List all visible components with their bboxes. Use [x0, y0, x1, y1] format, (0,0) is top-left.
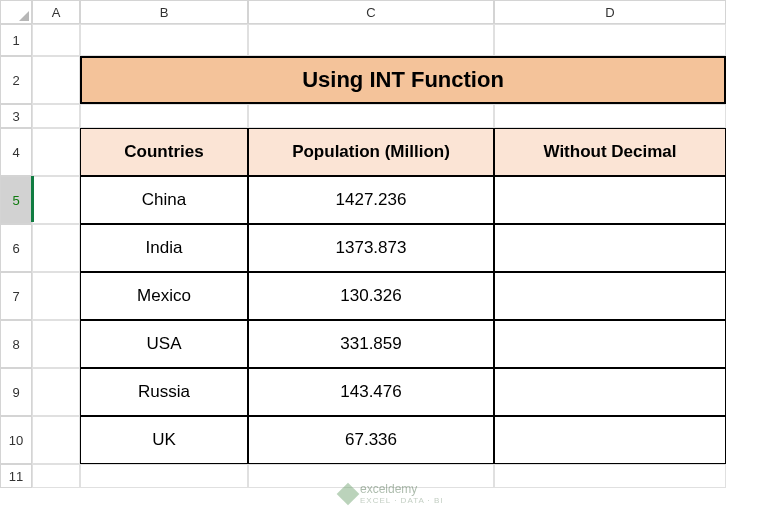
table-row[interactable]: Mexico	[80, 272, 248, 320]
header-without-decimal[interactable]: Without Decimal	[494, 128, 726, 176]
row-header-8[interactable]: 8	[0, 320, 32, 368]
cell-A3[interactable]	[32, 104, 80, 128]
cell-D1[interactable]	[494, 24, 726, 56]
table-row[interactable]: India	[80, 224, 248, 272]
col-header-B[interactable]: B	[80, 0, 248, 24]
cell-D11[interactable]	[494, 464, 726, 488]
cell-C3[interactable]	[248, 104, 494, 128]
cell-A1[interactable]	[32, 24, 80, 56]
row-header-11[interactable]: 11	[0, 464, 32, 488]
title-merged-cell[interactable]: Using INT Function	[80, 56, 726, 104]
row-header-3[interactable]: 3	[0, 104, 32, 128]
table-row[interactable]: 331.859	[248, 320, 494, 368]
cell-A7[interactable]	[32, 272, 80, 320]
row-header-4[interactable]: 4	[0, 128, 32, 176]
col-header-C[interactable]: C	[248, 0, 494, 24]
table-row[interactable]: USA	[80, 320, 248, 368]
table-row[interactable]: 143.476	[248, 368, 494, 416]
select-all-corner[interactable]	[0, 0, 32, 24]
table-row[interactable]: 130.326	[248, 272, 494, 320]
header-countries[interactable]: Countries	[80, 128, 248, 176]
header-population[interactable]: Population (Million)	[248, 128, 494, 176]
cell-A6[interactable]	[32, 224, 80, 272]
row-header-6[interactable]: 6	[0, 224, 32, 272]
cell-A5[interactable]	[32, 176, 80, 224]
cell-D3[interactable]	[494, 104, 726, 128]
row-header-7[interactable]: 7	[0, 272, 32, 320]
col-header-D[interactable]: D	[494, 0, 726, 24]
table-row[interactable]: 1427.236	[248, 176, 494, 224]
table-row[interactable]	[494, 416, 726, 464]
row-header-1[interactable]: 1	[0, 24, 32, 56]
row-header-10[interactable]: 10	[0, 416, 32, 464]
table-row[interactable]	[494, 368, 726, 416]
table-row[interactable]: 1373.873	[248, 224, 494, 272]
cell-B3[interactable]	[80, 104, 248, 128]
table-row[interactable]: UK	[80, 416, 248, 464]
cell-B11[interactable]	[80, 464, 248, 488]
cell-A8[interactable]	[32, 320, 80, 368]
cell-B1[interactable]	[80, 24, 248, 56]
cell-A10[interactable]	[32, 416, 80, 464]
cell-A4[interactable]	[32, 128, 80, 176]
table-row[interactable]: 67.336	[248, 416, 494, 464]
row-header-9[interactable]: 9	[0, 368, 32, 416]
table-row[interactable]: Russia	[80, 368, 248, 416]
table-row[interactable]	[494, 320, 726, 368]
spreadsheet-grid: A B C D 1 2 Using INT Function 3 4 Count…	[0, 0, 767, 488]
cell-A2[interactable]	[32, 56, 80, 104]
cell-A9[interactable]	[32, 368, 80, 416]
row-header-2[interactable]: 2	[0, 56, 32, 104]
col-header-A[interactable]: A	[32, 0, 80, 24]
row-header-5[interactable]: 5	[0, 176, 32, 224]
table-row[interactable]	[494, 272, 726, 320]
table-row[interactable]	[494, 224, 726, 272]
cell-C1[interactable]	[248, 24, 494, 56]
cell-C11[interactable]	[248, 464, 494, 488]
table-row[interactable]: China	[80, 176, 248, 224]
table-row[interactable]	[494, 176, 726, 224]
cell-A11[interactable]	[32, 464, 80, 488]
